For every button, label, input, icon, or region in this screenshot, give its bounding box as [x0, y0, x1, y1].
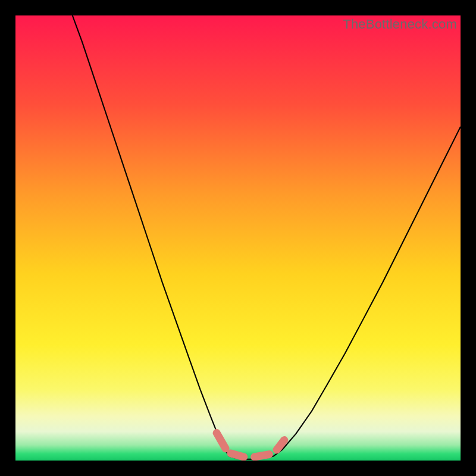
left-marker-upper [217, 433, 226, 449]
right-marker-lower [255, 455, 270, 457]
chart-frame: TheBottleneck.com [0, 0, 476, 476]
bottleneck-curve [73, 15, 461, 459]
watermark-text: TheBottleneck.com [343, 17, 457, 32]
plot-area [15, 15, 461, 461]
chart-lines [15, 15, 461, 461]
left-marker-lower [231, 453, 244, 457]
